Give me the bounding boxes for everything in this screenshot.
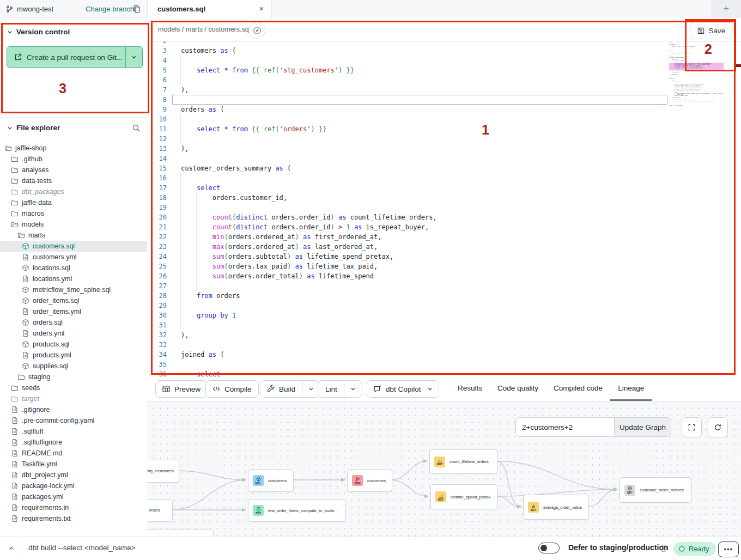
line-number[interactable]: 10	[147, 114, 167, 124]
line-number[interactable]: 21	[147, 222, 167, 232]
code-line[interactable]: count(distinct orders.order_id) as count…	[181, 212, 741, 222]
file-tree-item[interactable]: marts	[0, 230, 147, 241]
preview-button[interactable]: Preview	[155, 380, 208, 398]
file-tree-item[interactable]: jaffle-data	[0, 197, 147, 208]
file-tree-item[interactable]: target	[0, 393, 147, 404]
file-tree-item[interactable]: data-tests	[0, 175, 147, 186]
version-control-header[interactable]: Version control	[7, 28, 70, 36]
code-line[interactable]	[181, 75, 741, 85]
code-line[interactable]: ),	[181, 144, 741, 154]
line-number[interactable]: 31	[147, 320, 167, 330]
line-number[interactable]: 35	[147, 360, 167, 369]
lint-dropdown[interactable]	[344, 381, 362, 397]
code-line[interactable]: joined as (	[181, 350, 741, 360]
build-button[interactable]: Build	[260, 380, 320, 398]
file-tree-item[interactable]: jaffle-shop	[0, 143, 147, 154]
file-tree-item[interactable]: customers.sql	[0, 241, 147, 252]
code-line[interactable]	[181, 41, 741, 46]
lineage-node-orders[interactable]: orders	[147, 499, 173, 522]
file-tree-item[interactable]: dbt_packages	[0, 186, 147, 197]
file-tree-item[interactable]: orders.sql	[0, 317, 147, 328]
code-editor[interactable]: 2345678910111213141516171819202122232425…	[147, 41, 741, 377]
line-number[interactable]: 16	[147, 173, 167, 183]
file-tree-item[interactable]: dbt_project.yml	[0, 470, 147, 480]
code-line[interactable]: sum(orders.subtotal) as lifetime_spend_p…	[181, 252, 741, 261]
code-line[interactable]: select * from {{ ref('orders') }}	[181, 124, 741, 134]
line-number[interactable]: 27	[147, 281, 167, 291]
file-tree-item[interactable]: locations.yml	[0, 273, 147, 284]
lineage-node-customers_semantic[interactable]: SEMcustomers	[347, 469, 392, 492]
file-tree-item[interactable]: .pre-commit-config.yaml	[0, 415, 147, 426]
defer-toggle[interactable]	[538, 543, 560, 553]
create-pull-request-main[interactable]: Create a pull request on Git...	[7, 47, 125, 68]
code-line[interactable]: count(distinct orders.order_id) > 1 as i…	[181, 222, 741, 232]
line-number[interactable]: 22	[147, 232, 167, 242]
minimap[interactable]: withcustomers as ( select * from {{ ref(…	[669, 41, 724, 107]
code-line[interactable]	[181, 56, 741, 65]
code-line[interactable]: max(orders.ordered_at) as last_ordered_a…	[181, 242, 741, 252]
code-line[interactable]: group by 1	[181, 311, 741, 320]
lineage-node-average_order_value[interactable]: METaverage_order_value	[523, 495, 589, 520]
help-icon[interactable]: ?	[659, 544, 667, 552]
line-number[interactable]: 11	[147, 124, 167, 134]
lineage-node-test_order_items[interactable]: TSTtest_order_items_compute_to_bools...	[248, 499, 346, 522]
line-number[interactable]: 26	[147, 271, 167, 281]
create-pull-request-button[interactable]: Create a pull request on Git...	[7, 46, 143, 68]
file-tree-item[interactable]: package-lock.yml	[0, 480, 147, 491]
change-branch-link[interactable]: Change branch	[86, 5, 134, 13]
code-line[interactable]: min(orders.ordered_at) as first_ordered_…	[181, 232, 741, 242]
lineage-panel[interactable]: Update Graph stg_customersordersMDLcusto…	[147, 401, 741, 537]
code-line[interactable]	[181, 320, 741, 330]
line-number[interactable]: 8	[147, 95, 167, 105]
code-line[interactable]: ),	[181, 330, 741, 340]
chevron-up-icon[interactable]	[7, 544, 16, 553]
line-number[interactable]: 30	[147, 311, 167, 320]
line-number[interactable]: 12	[147, 134, 167, 144]
file-tree-item[interactable]: orders.yml	[0, 328, 147, 339]
lineage-search-input[interactable]	[515, 417, 614, 437]
line-number[interactable]: 5	[147, 65, 167, 75]
line-number[interactable]: 4	[147, 56, 167, 65]
close-tab-icon[interactable]: ×	[259, 3, 264, 14]
code-line[interactable]	[181, 340, 741, 350]
code-line[interactable]	[181, 203, 741, 212]
file-tree-item[interactable]: staging	[0, 372, 147, 382]
dbt-copilot-button[interactable]: dbt Copilot	[367, 380, 439, 398]
line-number[interactable]: 19	[147, 203, 167, 212]
file-tree-item[interactable]: macros	[0, 208, 147, 219]
line-number[interactable]: 23	[147, 242, 167, 252]
update-graph-button[interactable]: Update Graph	[614, 417, 671, 437]
line-number[interactable]: 18	[147, 193, 167, 203]
lineage-node-lifetime_spend_pretax[interactable]: METlifetime_spend_pretax	[430, 484, 497, 509]
line-number-gutter[interactable]: 2345678910111213141516171819202122232425…	[147, 41, 167, 377]
line-number[interactable]: 15	[147, 163, 167, 173]
line-number[interactable]: 2	[147, 41, 167, 46]
line-number[interactable]: 25	[147, 261, 167, 271]
code-line[interactable]	[181, 154, 741, 163]
code-lines[interactable]: customers as ( select * from {{ ref('stg…	[181, 41, 741, 377]
file-tree-item[interactable]: README.md	[0, 448, 147, 459]
file-tree-item[interactable]: .github	[0, 154, 147, 165]
file-tree-item[interactable]: Taskfile.yml	[0, 459, 147, 470]
code-line[interactable]	[181, 95, 741, 105]
lineage-node-customer_order_metrics[interactable]: QRYcustomer_order_metrics	[619, 477, 691, 503]
file-tree-item[interactable]: analyses	[0, 165, 147, 175]
line-number[interactable]: 28	[147, 291, 167, 301]
line-number[interactable]: 3	[147, 46, 167, 56]
line-number[interactable]: 7	[147, 85, 167, 95]
line-number[interactable]: 9	[147, 105, 167, 114]
lineage-node-customers_model[interactable]: MDLcustomers	[248, 469, 294, 492]
panel-tab-lineage[interactable]: Lineage	[610, 377, 652, 401]
file-tree-item[interactable]: models	[0, 219, 147, 230]
code-line[interactable]: orders as (	[181, 105, 741, 114]
copy-icon[interactable]	[132, 5, 141, 14]
more-options-button[interactable]: •••	[718, 541, 739, 557]
code-line[interactable]	[181, 134, 741, 144]
file-tree-item[interactable]: products.yml	[0, 350, 147, 361]
code-line[interactable]	[181, 360, 741, 369]
refresh-button[interactable]	[708, 417, 728, 437]
line-number[interactable]: 24	[147, 252, 167, 261]
tab-customers-sql[interactable]: customers.sql ×	[147, 0, 272, 18]
save-button[interactable]: Save	[690, 22, 732, 39]
line-number[interactable]: 6	[147, 75, 167, 85]
